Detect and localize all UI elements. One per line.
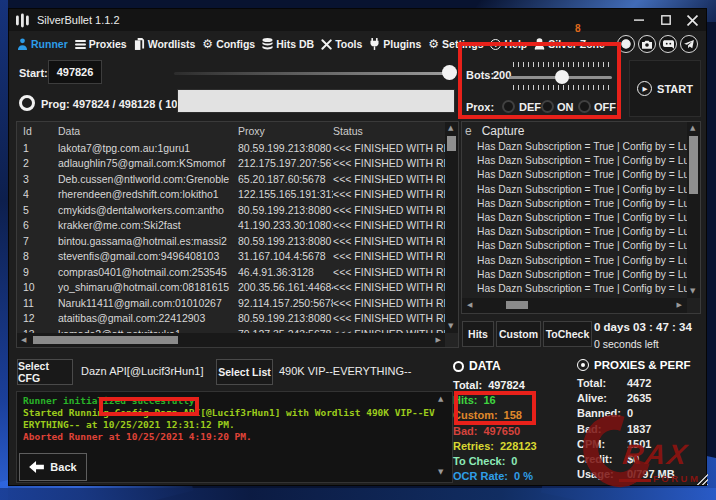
desktop-background: SilverBullet 1.1.2 Runner Proxies Wordli… (0, 0, 716, 500)
capture-row[interactable]: Has Dazn Subscription = True | Config by… (462, 254, 687, 268)
select-list-button[interactable]: Select List (216, 359, 273, 385)
history-clock-icon[interactable] (617, 35, 635, 53)
menu-plugins[interactable]: Plugins (369, 38, 421, 50)
menu-settings[interactable]: ⚙ Settings (428, 38, 483, 50)
table-row[interactable]: 3 Deb.cussen@ntlworld.com:Grenoble 65.20… (17, 171, 445, 187)
menu-hits-db[interactable]: Hits DB (262, 38, 314, 50)
data-stat-row: Custom: 158 (453, 408, 575, 423)
scroll-down-icon[interactable]: ▼ (448, 323, 453, 330)
capture-horizontal-scrollbar[interactable]: ◀ ▶ (462, 298, 687, 313)
data-stat-row: Bad: 497650 (453, 423, 575, 438)
log-line: Runner initialized succesfully! (23, 395, 436, 407)
capture-row[interactable]: Has Dazn Subscription = True | Config by… (462, 140, 687, 154)
back-button[interactable]: Back (19, 453, 87, 481)
hits-button[interactable]: Hits (462, 321, 494, 347)
menu-silver-zone[interactable]: Silver Zone (534, 38, 605, 50)
discord-icon[interactable] (659, 35, 677, 53)
table-row[interactable]: 10 yo_shimaru@hotmail.com:08181615 200.3… (17, 280, 445, 296)
play-icon: ▶ (637, 81, 652, 96)
prox-def-radio[interactable] (502, 100, 515, 113)
table-row[interactable]: 7 bintou.gassama@hotmail.es:massi2 80.59… (17, 233, 445, 249)
table-horizontal-scrollbar[interactable]: ◀ ▶ (17, 333, 445, 347)
capture-row[interactable]: Has Dazn Subscription = True | Config by… (462, 239, 687, 253)
capture-row[interactable]: Has Dazn Subscription = True | Config by… (462, 268, 687, 282)
scroll-left-icon[interactable]: ◀ (467, 302, 472, 309)
capture-row[interactable]: Has Dazn Subscription = True | Config by… (462, 211, 687, 225)
table-row[interactable]: 12 ataitibas@gmail.com:22412903 80.59.19… (17, 311, 445, 327)
scrollbar-thumb[interactable] (506, 301, 528, 309)
selected-config-name: Dazn API[@Lucif3rHun1] (81, 365, 203, 377)
start-input[interactable] (48, 60, 102, 84)
capture-row[interactable]: Has Dazn Subscription = True | Config by… (462, 183, 687, 197)
bots-slider-handle[interactable] (555, 70, 569, 84)
menu-proxies[interactable]: Proxies (75, 38, 127, 50)
scroll-right-icon[interactable]: ▶ (677, 302, 682, 309)
bots-slider-ticks (513, 85, 609, 90)
screenshot-camera-icon[interactable] (638, 35, 656, 53)
help-icon: ? (490, 39, 501, 50)
capture-row[interactable]: Has Dazn Subscription = True | Config by… (462, 197, 687, 211)
table-row[interactable]: 13 kamado2@att.net:ritsuko1 79.127.35.24… (17, 326, 445, 333)
scroll-up-icon[interactable]: ▲ (448, 125, 453, 132)
wallpaper-streak (0, 488, 716, 500)
capture-row[interactable]: Has Dazn Subscription = True | Config by… (462, 282, 687, 296)
menu-tools[interactable]: Tools (321, 38, 362, 50)
menu-help[interactable]: ? Help (490, 38, 527, 50)
capture-row[interactable]: Has Dazn Subscription = True | Config by… (462, 225, 687, 239)
bots-value: 200 (493, 69, 511, 81)
proxy-stat-row: Alive: 2635 (577, 390, 705, 405)
progress-bar (177, 89, 455, 113)
prox-label: Prox: (466, 101, 494, 113)
titlebar[interactable]: SilverBullet 1.1.2 (9, 9, 706, 31)
log-scroll-up-icon[interactable]: ▲ (438, 396, 443, 403)
scrollbar-thumb[interactable] (689, 136, 698, 194)
capture-header: e Capture (462, 122, 687, 140)
scroll-down-icon[interactable]: ▼ (690, 288, 695, 295)
proxy-stat-row: Banned: 0 (577, 406, 705, 421)
progress-radio[interactable] (19, 95, 35, 111)
close-icon[interactable] (679, 9, 706, 31)
person-icon (534, 38, 545, 50)
data-stat-row: Total: 497824 (453, 377, 575, 392)
table-row[interactable]: 6 krakker@me.com:Ski2fast 41.190.233.30:… (17, 218, 445, 234)
elapsed-time: 0 days 03 : 47 : 34 (594, 321, 692, 333)
maximize-icon[interactable] (652, 9, 679, 31)
table-row[interactable]: 4 rherendeen@redshift.com:lokitho1 122.1… (17, 187, 445, 203)
capture-vertical-scrollbar[interactable]: ▲ ▼ (687, 122, 700, 298)
menu-runner[interactable]: Runner (17, 38, 68, 50)
tocheck-button[interactable]: ToCheck (543, 321, 592, 347)
col-id: Id (23, 125, 58, 137)
slider-handle[interactable] (442, 65, 457, 80)
col-status: Status (333, 125, 445, 137)
table-row[interactable]: 8 stevenfis@gmail.com:9496408103 31.167.… (17, 249, 445, 265)
table-vertical-scrollbar[interactable]: ▲ ▼ (445, 122, 458, 333)
custom-button[interactable]: Custom (496, 321, 541, 347)
scroll-up-icon[interactable]: ▲ (690, 125, 695, 132)
proxy-stat-row: Usage: 0/797 MB (577, 467, 705, 482)
capture-row[interactable]: Has Dazn Subscription = True | Config by… (462, 154, 687, 168)
prox-on-radio[interactable] (541, 100, 554, 113)
select-cfg-button[interactable]: Select CFG (17, 359, 73, 385)
prox-off-radio[interactable] (578, 100, 591, 113)
menu-configs[interactable]: ⚙ Configs (202, 38, 255, 50)
table-row[interactable]: 5 cmykids@dentalworkers.com:antho 80.59.… (17, 202, 445, 218)
gear-icon: ⚙ (428, 38, 439, 50)
window-controls (625, 9, 706, 31)
table-row[interactable]: 2 adlaughlin75@gmail.com:KSmomof 212.175… (17, 156, 445, 172)
telegram-icon[interactable] (680, 35, 698, 53)
gear-icon: ⚙ (202, 38, 213, 50)
log-scroll-down-icon[interactable]: ▼ (438, 469, 443, 476)
start-button[interactable]: ▶ START (629, 60, 701, 117)
wordlist-position-slider[interactable] (174, 72, 452, 75)
menu-wordlists[interactable]: Wordlists (134, 38, 196, 50)
minimize-icon[interactable] (625, 9, 652, 31)
table-row[interactable]: 9 compras0401@hotmail.com:253545 46.4.91… (17, 264, 445, 280)
scroll-right-icon[interactable]: ▶ (436, 337, 441, 344)
scrollbar-thumb[interactable] (447, 136, 456, 151)
main-menu: Runner Proxies Wordlists ⚙ Configs Hits … (9, 31, 706, 57)
scrollbar-thumb[interactable] (33, 336, 178, 344)
table-row[interactable]: 1 lakota7@tpg.com.au:1guru1 80.59.199.21… (17, 140, 445, 156)
capture-row[interactable]: Has Dazn Subscription = True | Config by… (462, 168, 687, 182)
scroll-left-icon[interactable]: ◀ (21, 337, 26, 344)
table-row[interactable]: 11 Naruk11411@gmail.com:01010267 92.114.… (17, 295, 445, 311)
